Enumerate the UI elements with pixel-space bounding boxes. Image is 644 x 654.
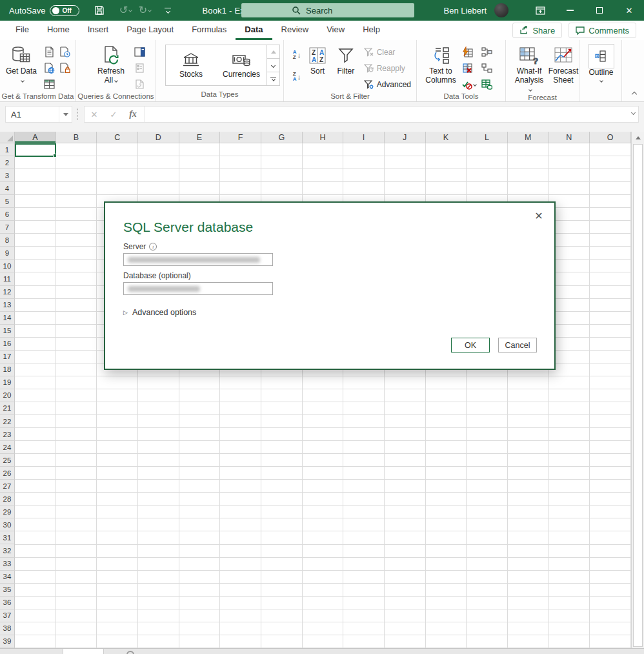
outline-button[interactable]: Outline — [583, 43, 619, 82]
from-text-csv-button[interactable] — [41, 44, 57, 60]
ribbon-display-options-button[interactable] — [525, 0, 555, 21]
autosave-pill[interactable]: Off — [50, 5, 79, 16]
column-header-m[interactable]: M — [508, 132, 549, 143]
column-header-n[interactable]: N — [549, 132, 590, 143]
column-header-j[interactable]: J — [385, 132, 426, 143]
gallery-scroll-down-button[interactable] — [267, 59, 280, 72]
formula-bar-grip[interactable] — [76, 108, 79, 121]
sort-descending-button[interactable]: ZA↓ — [289, 66, 305, 88]
column-header-f[interactable]: F — [220, 132, 261, 143]
active-sheet-tab[interactable] — [63, 649, 104, 654]
search-box[interactable]: Search — [241, 3, 414, 17]
confirm-entry-button[interactable]: ✓ — [104, 110, 123, 119]
row-header-38[interactable]: 38 — [0, 622, 15, 635]
column-header-e[interactable]: E — [179, 132, 221, 143]
database-input[interactable] — [123, 282, 273, 295]
column-header-k[interactable]: K — [426, 132, 467, 143]
save-button[interactable] — [90, 0, 109, 21]
what-if-analysis-button[interactable]: ? What-If Analysis — [512, 43, 546, 94]
consolidate-button[interactable] — [479, 44, 494, 60]
formula-input[interactable] — [146, 107, 638, 122]
column-header-b[interactable]: B — [56, 132, 97, 143]
name-box-dropdown[interactable] — [59, 107, 72, 122]
row-header-25[interactable]: 25 — [0, 454, 15, 467]
cancel-button[interactable]: Cancel — [498, 338, 537, 353]
row-header-35[interactable]: 35 — [0, 584, 15, 597]
row-header-11[interactable]: 11 — [0, 272, 15, 285]
data-validation-button[interactable] — [459, 76, 479, 92]
sort-button[interactable]: Z A A Z Sort — [307, 43, 328, 76]
row-header-3[interactable]: 3 — [0, 169, 15, 182]
row-header-39[interactable]: 39 — [0, 635, 15, 648]
manage-data-model-button[interactable] — [479, 76, 494, 92]
row-header-33[interactable]: 33 — [0, 558, 15, 571]
tab-home[interactable]: Home — [38, 21, 79, 40]
row-header-26[interactable]: 26 — [0, 467, 15, 480]
advanced-filter-button[interactable]: Advanced — [361, 76, 414, 92]
advanced-options-toggle[interactable]: ▷ Advanced options — [123, 308, 196, 317]
vertical-scrollbar[interactable] — [631, 132, 644, 648]
row-header-30[interactable]: 30 — [0, 518, 15, 531]
column-header-c[interactable]: C — [97, 132, 138, 143]
from-table-range-button[interactable] — [41, 76, 57, 92]
tab-review[interactable]: Review — [272, 21, 318, 40]
from-web-button[interactable] — [41, 60, 57, 76]
row-header-5[interactable]: 5 — [0, 195, 15, 208]
autosave-toggle[interactable]: AutoSave Off — [9, 5, 79, 16]
column-header-i[interactable]: I — [343, 132, 385, 143]
gallery-more-button[interactable] — [267, 72, 280, 86]
column-header-l[interactable]: L — [467, 132, 508, 143]
queries-connections-button[interactable] — [132, 44, 147, 60]
reapply-filter-button[interactable]: Reapply — [361, 60, 414, 76]
row-header-12[interactable]: 12 — [0, 286, 15, 299]
row-header-34[interactable]: 34 — [0, 571, 15, 584]
scrollbar-up-button[interactable] — [632, 132, 644, 143]
column-header-d[interactable]: D — [138, 132, 179, 143]
tab-data[interactable]: Data — [236, 21, 272, 40]
dialog-close-button[interactable]: ✕ — [531, 208, 547, 223]
row-header-19[interactable]: 19 — [0, 376, 15, 389]
forecast-sheet-button[interactable]: Forecast Sheet — [547, 43, 579, 85]
row-header-21[interactable]: 21 — [0, 402, 15, 415]
row-header-36[interactable]: 36 — [0, 597, 15, 609]
row-header-7[interactable]: 7 — [0, 221, 15, 234]
minimize-button[interactable] — [555, 0, 585, 21]
filter-button[interactable]: Filter — [334, 43, 357, 76]
column-header-h[interactable]: H — [303, 132, 344, 143]
tab-formulas[interactable]: Formulas — [183, 21, 236, 40]
existing-connections-button[interactable] — [57, 60, 72, 76]
row-header-32[interactable]: 32 — [0, 544, 15, 557]
row-header-13[interactable]: 13 — [0, 299, 15, 312]
customize-quick-access-button[interactable] — [158, 0, 177, 21]
row-header-6[interactable]: 6 — [0, 208, 15, 221]
row-header-14[interactable]: 14 — [0, 312, 15, 325]
row-header-15[interactable]: 15 — [0, 325, 15, 338]
remove-duplicates-button[interactable] — [459, 60, 475, 76]
selected-cell-a1[interactable] — [15, 143, 56, 157]
tab-view[interactable]: View — [317, 21, 354, 40]
row-header-4[interactable]: 4 — [0, 182, 15, 195]
row-header-23[interactable]: 23 — [0, 428, 15, 441]
tab-file[interactable]: File — [6, 21, 38, 40]
row-header-10[interactable]: 10 — [0, 260, 15, 272]
column-header-o[interactable]: O — [590, 132, 631, 143]
select-all-corner[interactable] — [0, 132, 15, 143]
comments-button[interactable]: Comments — [569, 23, 636, 38]
collapse-ribbon-button[interactable] — [632, 92, 637, 97]
row-header-37[interactable]: 37 — [0, 609, 15, 622]
row-header-8[interactable]: 8 — [0, 234, 15, 247]
close-window-button[interactable]: ✕ — [614, 0, 644, 21]
properties-button[interactable] — [132, 60, 147, 76]
text-to-columns-button[interactable]: Text to Columns — [422, 43, 459, 85]
ok-button[interactable]: OK — [451, 338, 490, 353]
row-header-22[interactable]: 22 — [0, 415, 15, 428]
row-header-27[interactable]: 27 — [0, 480, 15, 493]
recent-sources-button[interactable] — [57, 44, 72, 60]
data-type-stocks[interactable]: Stocks — [166, 45, 216, 85]
insert-function-button[interactable]: fx — [123, 109, 143, 119]
new-sheet-button[interactable] — [126, 651, 134, 654]
sort-ascending-button[interactable]: AZ↓ — [289, 44, 305, 66]
row-header-16[interactable]: 16 — [0, 338, 15, 351]
row-header-18[interactable]: 18 — [0, 363, 15, 376]
relationships-button[interactable] — [479, 60, 494, 76]
